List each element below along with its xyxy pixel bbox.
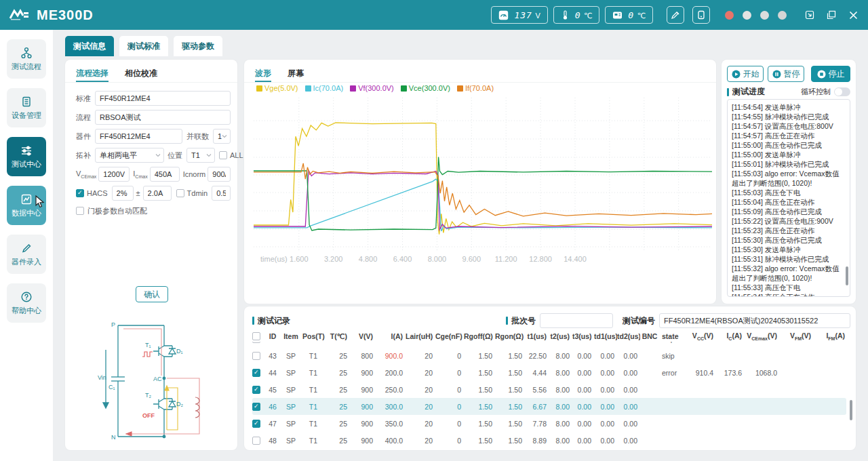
- sidebar-item-device-entry[interactable]: 器件录入: [7, 235, 46, 274]
- table-cell: 1.50: [464, 369, 495, 377]
- tab-test-info[interactable]: 测试信息: [65, 36, 114, 56]
- column-header: td1(us): [594, 332, 617, 340]
- loop-toggle[interactable]: [834, 87, 850, 96]
- close-window-button[interactable]: [848, 9, 859, 20]
- legend-item[interactable]: If(70.0A): [457, 84, 494, 92]
- table-cell: 0.00: [617, 437, 640, 445]
- confirm-button[interactable]: 确认: [136, 286, 168, 302]
- tab-waveform[interactable]: 波形: [255, 68, 271, 82]
- table-row[interactable]: 46SPT125900300.02001.501.506.678.000.000…: [252, 398, 846, 415]
- position-select[interactable]: T1: [186, 148, 215, 163]
- device-tool-button[interactable]: [692, 6, 710, 24]
- batch-input[interactable]: [540, 313, 613, 328]
- hacs-tolerance-input[interactable]: [143, 186, 172, 201]
- hacs-percent-input[interactable]: [112, 186, 134, 201]
- column-header: VCC(V): [688, 332, 716, 341]
- table-row[interactable]: 44SPT125900200.02001.501.504.448.000.000…: [252, 364, 846, 381]
- table-cell: 900: [350, 403, 376, 411]
- tdmin-checkbox[interactable]: [176, 189, 184, 197]
- device-input[interactable]: [95, 129, 182, 144]
- tab-screen[interactable]: 屏幕: [288, 68, 304, 82]
- log-scrollbar[interactable]: [846, 266, 848, 285]
- legend-item[interactable]: Ic(70.0A): [305, 84, 344, 92]
- toggle-knob: [835, 88, 842, 96]
- row-checkbox[interactable]: [252, 369, 260, 377]
- led-indicators: [725, 11, 787, 20]
- legend-item[interactable]: Vge(5.0V): [256, 84, 298, 92]
- restore-window-button[interactable]: [826, 9, 837, 20]
- tab-drive-params[interactable]: 驱动参数: [174, 36, 222, 56]
- restore-icon: [827, 10, 836, 20]
- table-row[interactable]: 47SPT125900350.02001.501.507.788.000.000…: [252, 415, 846, 432]
- legend-item[interactable]: Vf(300.0V): [350, 84, 394, 92]
- stop-button[interactable]: 停止: [811, 66, 850, 82]
- pause-button[interactable]: 暂停: [768, 66, 804, 82]
- test-progress-log[interactable]: [11:54:54] 发送单脉冲[11:54:55] 脉冲模块动作已完成[11:…: [727, 99, 850, 297]
- icnorm-input[interactable]: [208, 167, 231, 182]
- table-cell: 21.25: [525, 342, 549, 343]
- column-header: t2(us): [549, 332, 572, 340]
- table-cell: T1: [302, 352, 327, 360]
- gate-auto-checkbox[interactable]: [76, 207, 84, 215]
- legend-label: Vge(5.0V): [264, 84, 298, 92]
- table-row[interactable]: 43SPT125800900.02001.501.5022.508.000.00…: [252, 347, 846, 364]
- standard-input[interactable]: [95, 91, 231, 106]
- test-no-input[interactable]: [659, 313, 850, 328]
- table-scrollbar[interactable]: [850, 400, 852, 420]
- table-cell: SP: [282, 437, 302, 445]
- vcemax-input[interactable]: [98, 167, 130, 182]
- x-tick-label: 9.600: [462, 255, 481, 263]
- table-row[interactable]: 48SPT125900400.02001.501.508.898.000.000…: [252, 432, 846, 448]
- sidebar-item-device-manage[interactable]: 设备管理: [7, 88, 46, 127]
- probe-tool-button[interactable]: [667, 6, 684, 24]
- table-cell: T1: [302, 437, 327, 445]
- column-header: I(A): [376, 332, 406, 340]
- legend-label: Ic(70.0A): [313, 84, 344, 92]
- section-bar: [252, 317, 254, 325]
- all-checkbox[interactable]: [219, 151, 227, 159]
- select-all-checkbox[interactable]: [252, 332, 260, 340]
- sidebar-item-test-center[interactable]: 测试中心: [7, 137, 46, 176]
- row-checkbox[interactable]: [252, 420, 260, 428]
- column-header: IC(A): [716, 332, 745, 341]
- table-cell: 48: [266, 437, 282, 445]
- start-button[interactable]: 开始: [727, 66, 764, 82]
- topology-select[interactable]: 单相两电平: [95, 148, 164, 163]
- tab-phase-calibration[interactable]: 相位校准: [125, 68, 157, 82]
- table-cell: 25: [327, 342, 350, 343]
- tab-flow-select[interactable]: 流程选择: [76, 68, 108, 82]
- flow-input[interactable]: [95, 110, 231, 125]
- row-checkbox[interactable]: [252, 437, 260, 445]
- table-cell: 0.00: [572, 342, 594, 343]
- table-row[interactable]: 42SPT125800850.02001.501.5021.258.000.00…: [252, 342, 846, 347]
- table-cell: 1.50: [495, 420, 525, 428]
- row-checkbox[interactable]: [252, 352, 260, 360]
- row-checkbox[interactable]: [252, 386, 260, 394]
- close-icon: [849, 11, 858, 20]
- hacs-checkbox[interactable]: [76, 189, 84, 197]
- table-cell: 800: [350, 342, 376, 343]
- standard-label: 标准: [76, 94, 91, 104]
- parallel-select[interactable]: 1: [213, 129, 231, 144]
- table-cell: T1: [302, 420, 327, 428]
- sidebar-item-data-center[interactable]: 数据中心: [7, 186, 46, 225]
- icmax-input[interactable]: [150, 167, 180, 182]
- table-cell: 1.50: [495, 369, 525, 377]
- tab-test-standard[interactable]: 测试标准: [119, 36, 168, 56]
- table-row[interactable]: 45SPT125900250.02001.501.505.568.000.000…: [252, 381, 846, 398]
- sidebar-item-help-center[interactable]: 帮助中心: [7, 283, 46, 323]
- app-title: ME300D: [37, 7, 94, 23]
- chevron-down-icon: [155, 153, 161, 158]
- minimize-to-tray-button[interactable]: [804, 9, 815, 20]
- status-led-4: [778, 11, 787, 20]
- row-checkbox[interactable]: [252, 403, 260, 411]
- row-checkbox[interactable]: [252, 342, 260, 343]
- log-entry: [11:55:30] 高压仓动作已完成: [732, 235, 843, 245]
- table-cell: 0.00: [572, 403, 594, 411]
- tdmin-input[interactable]: [212, 186, 231, 201]
- legend-label: If(70.0A): [465, 84, 494, 92]
- table-cell: 910.4: [688, 369, 716, 377]
- legend-item[interactable]: Vce(300.0V): [401, 84, 450, 92]
- sidebar-item-test-flow[interactable]: 测试流程: [7, 39, 46, 79]
- table-cell: 0: [435, 342, 464, 343]
